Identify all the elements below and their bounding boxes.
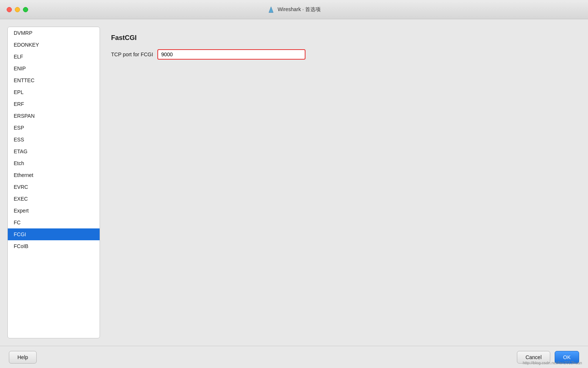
right-panel: FastCGI TCP port for FCGI	[100, 27, 581, 338]
list-item-enttec[interactable]: ENTTEC	[8, 74, 100, 86]
list-item-elf[interactable]: ELF	[8, 51, 100, 63]
list-item-ethernet[interactable]: Ethernet	[8, 169, 100, 181]
list-item-fcgi[interactable]: FCGI	[8, 228, 100, 240]
list-item-etch[interactable]: Etch	[8, 157, 100, 169]
list-item-erspan[interactable]: ERSPAN	[8, 110, 100, 122]
protocol-list[interactable]: DVMRPEDONKEYELFENIPENTTECEPLERFERSPANESP…	[7, 27, 100, 338]
close-button[interactable]	[7, 7, 12, 12]
list-item-esp[interactable]: ESP	[8, 122, 100, 134]
svg-marker-1	[269, 7, 273, 12]
window-title: Wireshark · 首选项	[278, 6, 321, 13]
tcp-port-label: TCP port for FCGI	[111, 51, 153, 57]
list-item-epl[interactable]: EPL	[8, 86, 100, 98]
list-item-erf[interactable]: ERF	[8, 98, 100, 110]
section-title: FastCGI	[111, 34, 569, 42]
wireshark-icon	[267, 6, 275, 13]
bottom-bar: Help Cancel OK	[0, 346, 588, 368]
traffic-lights	[7, 7, 28, 12]
title-bar: Wireshark · 首选项	[0, 0, 588, 19]
field-row-tcp-port: TCP port for FCGI	[111, 49, 569, 60]
list-item-enip[interactable]: ENIP	[8, 63, 100, 74]
main-content: DVMRPEDONKEYELFENIPENTTECEPLERFERSPANESP…	[0, 19, 588, 346]
list-item-fc[interactable]: FC	[8, 217, 100, 228]
window-title-group: Wireshark · 首选项	[267, 6, 321, 13]
list-item-exec[interactable]: EXEC	[8, 193, 100, 205]
list-item-ess[interactable]: ESS	[8, 134, 100, 145]
list-item-dvmrp[interactable]: DVMRP	[8, 27, 100, 39]
list-item-fcoib[interactable]: FCoIB	[8, 240, 100, 252]
help-button[interactable]: Help	[9, 351, 37, 364]
list-item-evrc[interactable]: EVRC	[8, 181, 100, 193]
list-item-etag[interactable]: ETAG	[8, 145, 100, 157]
minimize-button[interactable]	[15, 7, 20, 12]
watermark: http://blog.csdn.net/fan2012huan	[523, 361, 582, 365]
list-item-expert[interactable]: Expert	[8, 205, 100, 217]
tcp-port-input[interactable]	[157, 49, 305, 60]
list-item-edonkey[interactable]: EDONKEY	[8, 39, 100, 51]
maximize-button[interactable]	[23, 7, 28, 12]
bottom-left: Help	[9, 351, 37, 364]
